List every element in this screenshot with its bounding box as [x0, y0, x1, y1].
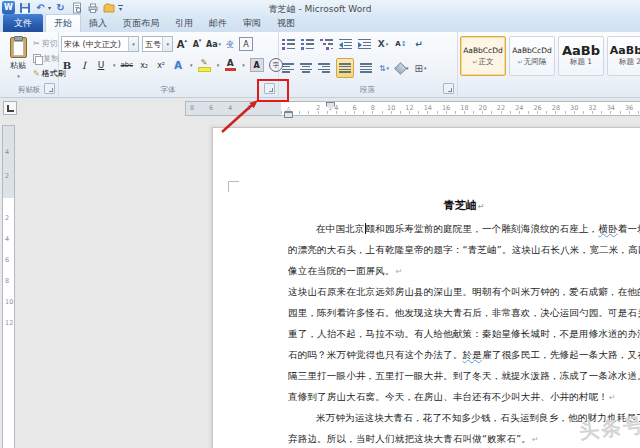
- grow-font-button[interactable]: A▴: [176, 37, 188, 51]
- font-color-caret[interactable]: ▾: [242, 62, 245, 68]
- tab-review[interactable]: 审阅: [235, 14, 269, 32]
- strikethrough-button[interactable]: abc: [121, 58, 134, 72]
- tab-file[interactable]: 文件: [3, 14, 43, 32]
- paragraph-row-2: ⇅▾ ▾ ⊞▾: [282, 58, 427, 78]
- numbering-icon: [301, 39, 314, 50]
- show-hide-marks-button[interactable]: ↵: [413, 37, 425, 51]
- cut-button[interactable]: ✂ 剪切: [33, 37, 58, 50]
- style-label: 标题 2: [619, 57, 640, 67]
- text-line[interactable]: 这块山石原来在北京远郊房山县的深山里。明朝有个叫米万钟的，爱石成癖，在他的海淀: [288, 286, 640, 299]
- superscript-button[interactable]: x²: [155, 58, 167, 72]
- ruler-number: 26: [533, 104, 541, 112]
- justify-button[interactable]: [336, 58, 354, 78]
- document-page[interactable]: 青芝岫↵ 在中国北京颐和园乐寿堂前的庭院里，一个雕刻海浪纹的石座上，横卧着一块海…: [212, 127, 640, 448]
- ribbon-tab-strip: 开始 插入 页面布局 引用 邮件 审阅 视图: [45, 14, 303, 32]
- character-border-button[interactable]: A: [239, 37, 253, 51]
- line-spacing-icon: ⇅: [379, 64, 386, 73]
- style-sample: AaBbCcDd: [463, 46, 503, 55]
- style-card-heading1[interactable]: AaBb 标题 1: [558, 36, 604, 76]
- font-name-dropdown[interactable]: ▾: [128, 37, 138, 51]
- underline-button[interactable]: U: [95, 58, 107, 72]
- ruler-number: 22: [497, 104, 505, 112]
- tab-references[interactable]: 引用: [167, 14, 201, 32]
- change-case-button[interactable]: Aa▾: [206, 37, 221, 51]
- asian-layout-button[interactable]: X▾: [377, 37, 389, 51]
- ruler-number: 6: [209, 104, 213, 112]
- grow-font-icon: A: [177, 39, 185, 50]
- change-case-caret: ▾: [219, 41, 222, 47]
- ruler-number: 10: [5, 298, 13, 306]
- font-size-combobox[interactable]: 五号 ▾: [142, 36, 173, 52]
- highlight-color-button[interactable]: ✎: [198, 58, 211, 72]
- paragraph-mark: ↵: [609, 393, 616, 402]
- borders-button[interactable]: ⊞▾: [415, 61, 427, 75]
- format-painter-icon: ✎: [33, 69, 40, 78]
- text-line[interactable]: 隔三里打一眼小井，五里打一眼大井。到了冬天，就提水泼路，冻成了一条冰水道。大道: [288, 370, 640, 383]
- text-line[interactable]: 在中国北京颐和园乐寿堂前的庭院里，一个雕刻海浪纹的石座上，横卧着一块海青: [288, 223, 640, 236]
- sort-button[interactable]: A↕: [395, 37, 407, 51]
- tab-view[interactable]: 视图: [269, 14, 303, 32]
- paste-dropdown-caret[interactable]: ▾: [17, 73, 20, 79]
- text-line[interactable]: 的漂亮的大石头，上有乾隆皇帝的题字：“青芝岫”。这块山石长八米，宽二米，高四米，: [288, 244, 640, 257]
- text-line[interactable]: 像立在当院的一面屏风。↵: [288, 265, 403, 278]
- paste-label: 粘贴: [10, 60, 26, 71]
- font-dialog-launcher[interactable]: [264, 83, 275, 94]
- copy-button[interactable]: 复制: [33, 52, 59, 65]
- ruler-number: 24: [515, 104, 523, 112]
- text-line[interactable]: 弃路边。所以，当时人们就把这块大青石叫做“败家石”。↵: [288, 433, 539, 446]
- tab-insert[interactable]: 插入: [81, 14, 115, 32]
- increase-indent-button[interactable]: [358, 37, 371, 51]
- tab-stop-selector[interactable]: [3, 101, 17, 115]
- decrease-indent-button[interactable]: [339, 37, 352, 51]
- styles-gallery: AaBbCcDd ↵正文 AaBbCcDd ↵无间隔 AaBb 标题 1 AaB…: [460, 36, 640, 76]
- multilevel-list-button[interactable]: [320, 37, 333, 51]
- bullets-icon: [282, 39, 295, 50]
- shading-button[interactable]: ▾: [396, 61, 409, 75]
- text-line[interactable]: 园里，陈列着许多怪石。他发现这块大青石后，非常喜欢，决心运回勺园。可是石头太大: [288, 307, 640, 320]
- highlight-caret[interactable]: ▾: [217, 62, 220, 68]
- align-right-button[interactable]: [318, 61, 330, 75]
- italic-button[interactable]: I: [78, 58, 90, 72]
- phonetic-guide-icon: 变: [226, 39, 234, 50]
- phonetic-guide-button[interactable]: 变: [224, 37, 236, 51]
- text-effects-caret[interactable]: ▾: [190, 62, 193, 68]
- text-line[interactable]: 重了，人抬不起，马拉不动。有人给他献策：秦始皇修长城时，不是用修水道的办法搬运: [288, 328, 640, 341]
- text-line[interactable]: 石的吗？米万钟觉得也只有这个办法了。於是雇了很多民工，先修起一条大路，又在路旁: [288, 349, 640, 362]
- paste-clipboard-icon: [10, 37, 27, 58]
- line-spacing-button[interactable]: ⇅▾: [378, 61, 390, 75]
- font-size-dropdown[interactable]: ▾: [162, 37, 172, 51]
- grow-caret: ▴: [185, 37, 188, 43]
- font-name-combobox[interactable]: 宋体 (中文正文) ▾: [61, 36, 139, 52]
- style-card-normal[interactable]: AaBbCcDd ↵正文: [460, 36, 506, 76]
- character-shading-button[interactable]: A: [250, 58, 264, 72]
- subscript-button[interactable]: x₂: [138, 58, 150, 72]
- numbering-button[interactable]: [301, 37, 314, 51]
- word-window: W ↶ ▾ ↻: [0, 0, 640, 448]
- underline-caret[interactable]: ▾: [113, 62, 116, 68]
- paste-button[interactable]: 粘贴 ▾: [4, 35, 32, 83]
- font-row-2: B I U ▾ abc x₂ x² A ▾ ✎ ▾ A ▾ A 字: [61, 58, 283, 72]
- distribute-button[interactable]: [360, 61, 372, 75]
- align-left-button[interactable]: [282, 61, 294, 75]
- align-center-button[interactable]: [300, 61, 312, 75]
- font-color-button[interactable]: A: [224, 58, 236, 72]
- style-card-no-spacing[interactable]: AaBbCcDd ↵无间隔: [509, 36, 555, 76]
- shrink-font-button[interactable]: A▾: [191, 37, 203, 51]
- clipboard-dialog-launcher[interactable]: [44, 83, 55, 94]
- style-sample: AaBb: [562, 46, 600, 55]
- tab-mailings[interactable]: 邮件: [201, 14, 235, 32]
- text-line[interactable]: 直修到了房山大石窝。今天，在房山、丰台还有不少叫大井、小井的村呢！↵: [288, 391, 616, 404]
- cut-icon: ✂: [33, 39, 40, 48]
- align-left-icon: [282, 63, 294, 73]
- tab-page-layout[interactable]: 页面布局: [115, 14, 167, 32]
- multilevel-list-icon: [320, 39, 333, 50]
- document-title-line[interactable]: 青芝岫↵: [288, 198, 640, 213]
- bullets-button[interactable]: [282, 37, 295, 51]
- margin-corner-mark: [228, 181, 239, 192]
- left-indent-marker[interactable]: [284, 112, 293, 118]
- paragraph-dialog-launcher[interactable]: [443, 83, 454, 94]
- bold-button[interactable]: B: [61, 58, 73, 72]
- text-effects-button[interactable]: A: [172, 58, 184, 72]
- style-card-heading2[interactable]: AaBbC 标题 2: [607, 36, 640, 76]
- tab-home[interactable]: 开始: [45, 14, 81, 32]
